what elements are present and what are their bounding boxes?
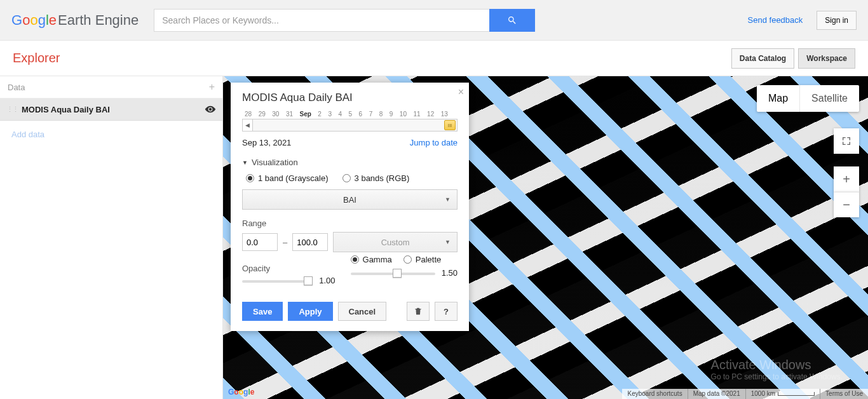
band-select[interactable]: BAI ▼: [242, 189, 458, 210]
apply-button[interactable]: Apply: [288, 302, 332, 321]
band-grayscale-label: 1 band (Grayscale): [258, 173, 329, 183]
timeline-tick: 3: [328, 111, 332, 118]
range-label: Range: [242, 219, 458, 228]
send-feedback-link[interactable]: Send feedback: [748, 15, 803, 25]
timeline-tick: 7: [369, 111, 373, 118]
header-right: Send feedback Sign in: [748, 11, 857, 30]
data-header: Data +: [0, 76, 222, 98]
fullscreen-button[interactable]: [834, 128, 859, 154]
trash-icon: [414, 307, 423, 316]
zoom-in-button[interactable]: +: [834, 166, 859, 192]
chevron-down-icon: ▼: [445, 239, 451, 245]
opacity-slider[interactable]: [242, 280, 313, 283]
map-area[interactable]: × MODIS Aqua Daily BAI 28293031Sep234567…: [223, 76, 868, 399]
visualization-section-toggle[interactable]: ▼ Visualization: [242, 158, 458, 167]
palette-label: Palette: [416, 255, 441, 264]
drag-handle-icon[interactable]: ⋮⋮: [6, 105, 18, 114]
map-type-switch: Map Satellite: [757, 85, 859, 112]
data-catalog-button[interactable]: Data Catalog: [731, 48, 794, 69]
keyboard-shortcuts-link[interactable]: Keyboard shortcuts: [622, 389, 687, 399]
fullscreen-icon: [841, 136, 851, 146]
map-scale: 1000 km: [745, 389, 820, 399]
timeline-tick: 12: [427, 111, 434, 118]
timeline-track[interactable]: ◀ III: [242, 119, 458, 132]
chevron-down-icon: ▼: [445, 196, 451, 203]
timeline-tick: 9: [390, 111, 393, 118]
map-data-attribution: Map data ©2021: [688, 389, 745, 399]
cancel-button[interactable]: Cancel: [338, 302, 387, 321]
layer-row[interactable]: ⋮⋮ MODIS Aqua Daily BAI: [0, 98, 222, 121]
range-dash: –: [283, 238, 287, 247]
range-max-input[interactable]: [292, 233, 328, 251]
app-header: Google Earth Engine Send feedback Sign i…: [0, 0, 868, 41]
timeline-dates: 28293031Sep2345678910111213: [242, 111, 458, 118]
opacity-value: 1.00: [319, 276, 335, 285]
visualization-label: Visualization: [252, 158, 298, 167]
timeline-tick: 13: [441, 111, 448, 118]
palette-radio[interactable]: Palette: [403, 255, 441, 264]
timeline-tick: 6: [359, 111, 363, 118]
timeline-tick: 28: [245, 111, 252, 118]
layer-name: MODIS Aqua Daily BAI: [22, 105, 110, 114]
gamma-slider[interactable]: [351, 273, 435, 275]
map-footer: Keyboard shortcuts Map data ©2021 1000 k…: [622, 389, 868, 399]
google-logo: Google: [228, 388, 254, 396]
range-min-input[interactable]: [242, 233, 278, 251]
gamma-label: Gamma: [363, 255, 392, 264]
band-grayscale-radio[interactable]: 1 band (Grayscale): [246, 173, 329, 183]
timeline: 28293031Sep2345678910111213 ◀ III: [242, 111, 458, 132]
current-date: Sep 13, 2021: [242, 138, 291, 147]
sidebar: Data + ⋮⋮ MODIS Aqua Daily BAI Add data: [0, 76, 223, 399]
timeline-tick: 4: [338, 111, 342, 118]
timeline-tick: 2: [318, 111, 322, 118]
range-mode-value: Custom: [381, 238, 410, 247]
search-wrap: [154, 9, 535, 32]
timeline-tick: 11: [413, 111, 420, 118]
timeline-handle[interactable]: III: [444, 120, 456, 130]
search-icon: [507, 15, 517, 25]
jump-to-date-link[interactable]: Jump to date: [410, 138, 458, 147]
page-title: Explorer: [13, 51, 60, 65]
gamma-value: 1.50: [442, 268, 458, 278]
timeline-tick: 5: [349, 111, 353, 118]
timeline-prev-button[interactable]: ◀: [243, 119, 253, 131]
map-tab[interactable]: Map: [757, 85, 799, 112]
opacity-label: Opacity: [242, 264, 336, 273]
timeline-tick: 10: [400, 111, 407, 118]
timeline-tick: Sep: [300, 111, 311, 118]
main: Data + ⋮⋮ MODIS Aqua Daily BAI Add data …: [0, 76, 868, 399]
timeline-tick: 8: [379, 111, 383, 118]
help-button[interactable]: ?: [435, 302, 458, 321]
visibility-toggle-icon[interactable]: [205, 104, 216, 115]
product-name: Earth Engine: [58, 12, 139, 29]
layer-settings-popup: × MODIS Aqua Daily BAI 28293031Sep234567…: [231, 83, 469, 331]
save-button[interactable]: Save: [242, 302, 283, 321]
zoom-out-button[interactable]: −: [834, 192, 859, 217]
add-layer-icon[interactable]: +: [209, 81, 215, 93]
explorer-toolbar: Explorer Data Catalog Workspace: [0, 41, 868, 76]
terms-link[interactable]: Terms of Use: [820, 389, 868, 399]
delete-button[interactable]: [407, 302, 430, 321]
google-earth-engine-logo: Google Earth Engine: [11, 12, 139, 29]
add-data-link[interactable]: Add data: [0, 121, 222, 148]
band-rgb-radio[interactable]: 3 bands (RGB): [342, 173, 410, 183]
chevron-down-icon: ▼: [242, 159, 248, 166]
search-input[interactable]: [154, 9, 489, 32]
close-popup-button[interactable]: ×: [458, 86, 464, 98]
band-rgb-label: 3 bands (RGB): [355, 173, 410, 183]
sign-in-button[interactable]: Sign in: [817, 11, 857, 30]
search-button[interactable]: [489, 9, 535, 32]
range-mode-select[interactable]: Custom ▼: [333, 232, 458, 252]
data-label: Data: [8, 83, 25, 92]
satellite-tab[interactable]: Satellite: [799, 85, 859, 112]
band-select-value: BAI: [343, 195, 356, 205]
timeline-tick: 29: [259, 111, 266, 118]
timeline-tick: 30: [272, 111, 279, 118]
timeline-tick: 31: [286, 111, 293, 118]
gamma-radio[interactable]: Gamma: [351, 255, 392, 264]
workspace-button[interactable]: Workspace: [798, 48, 855, 69]
popup-title: MODIS Aqua Daily BAI: [242, 91, 458, 104]
